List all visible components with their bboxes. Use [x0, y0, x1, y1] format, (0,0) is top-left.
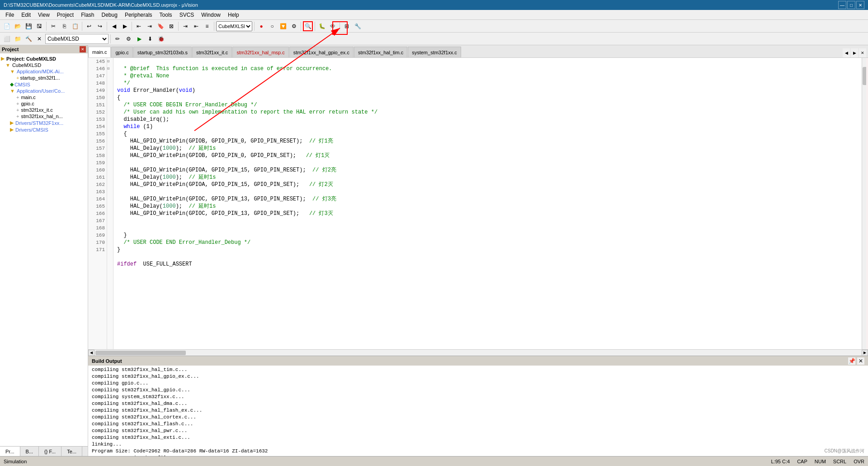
nav-fwd-button[interactable]: ▶ — [120, 21, 130, 31]
menu-svcs[interactable]: SVCS — [176, 11, 198, 19]
tab-close-all[interactable]: ✕ — [859, 48, 866, 57]
settings-button[interactable]: 🔧 — [353, 21, 363, 31]
status-ovr: OVR — [854, 459, 864, 464]
format-button[interactable]: ≡ — [202, 21, 212, 31]
tb2-build-button[interactable]: ▶ — [134, 34, 144, 44]
tb2-debug2-button[interactable]: 🐞 — [156, 34, 166, 44]
tree-item-mainc[interactable]: + main.c — [0, 94, 88, 100]
tab-scroll-left[interactable]: ◀ — [843, 48, 850, 57]
clear-bookmark-button[interactable]: ⊠ — [166, 21, 176, 31]
paste-button[interactable]: 📋 — [70, 21, 80, 31]
tab-gpio-ex[interactable]: stm32f1xx_hal_gpio_ex.c — [289, 47, 354, 57]
tree-item-project[interactable]: ▶ Project: CubeMXLSD — [0, 55, 88, 62]
tb2-btn1[interactable]: ⬜ — [2, 34, 12, 44]
save-button[interactable]: 💾 — [24, 21, 33, 31]
toggle-bookmark-button[interactable]: 🔖 — [156, 21, 165, 31]
target-combo[interactable]: CubeMXLSD — [216, 21, 252, 31]
view-button[interactable]: 👁 — [328, 21, 338, 31]
tab-msp[interactable]: stm32f1xx_hal_msp.c — [232, 47, 288, 57]
toolbar-sep-7 — [254, 22, 255, 31]
tb2-btn3[interactable]: 🔨 — [24, 34, 33, 44]
toolbar-sep-10 — [340, 22, 340, 31]
editor-area: 145 146 147 148 149 150 151 152 153 154 … — [88, 58, 868, 349]
download-button[interactable]: 🔽 — [278, 21, 288, 31]
tab-startup[interactable]: startup_stm32f103xb.s — [133, 47, 192, 57]
tb2-configure-button[interactable]: ✏ — [113, 34, 123, 44]
tree-item-drivers-stm32[interactable]: ▶ Drivers/STM32F1xx... — [0, 119, 88, 126]
bookmark-prev-button[interactable]: ⇤ — [134, 21, 144, 31]
cut-button[interactable]: ✂ — [48, 21, 58, 31]
hscroll-left[interactable]: ◀ — [88, 350, 94, 356]
new-file-button[interactable]: 📄 — [2, 21, 12, 31]
indent-button[interactable]: ⇥ — [180, 21, 190, 31]
tb2-btn2[interactable]: 📁 — [13, 34, 23, 44]
h-scrollbar[interactable]: ◀ ▶ — [88, 349, 868, 356]
panel-tab-project[interactable]: Pr... — [0, 447, 20, 456]
tree-item-app-user[interactable]: ▼ Application/User/Co... — [0, 88, 88, 94]
tree-item-startup[interactable]: + startup_stm32f1... — [0, 75, 88, 81]
app: D:\STM32CUBEMX\Documents\CubeMXLSD\MDK-A… — [0, 0, 868, 466]
menu-view[interactable]: View — [34, 11, 53, 19]
hscroll-track[interactable] — [95, 351, 861, 355]
tab-scroll-right[interactable]: ▶ — [851, 48, 858, 57]
panel-tabs: Pr... B... {} F... Te... — [0, 446, 88, 456]
build-output-content[interactable]: compiling stm32f1xx_hal_tim.c...compilin… — [88, 366, 868, 456]
options-button[interactable]: ⚙ — [289, 21, 299, 31]
code-content[interactable]: * @brief This function is executed in ca… — [113, 58, 862, 349]
tree-item-gpioc[interactable]: + gpio.c — [0, 100, 88, 107]
tb2-download-button[interactable]: ⬇ — [145, 34, 155, 44]
tree-item-hal-n[interactable]: + stm32f1xx_hal_n... — [0, 113, 88, 119]
build-pin-button[interactable]: 📌 — [848, 357, 855, 365]
menu-debug[interactable]: Debug — [98, 11, 121, 19]
tab-gpioc[interactable]: gpio.c — [111, 47, 132, 57]
tb2-btn4[interactable]: ✕ — [34, 34, 44, 44]
build-output-header: Build Output 📌 ✕ — [88, 356, 868, 366]
tree-item-cmsis[interactable]: ◆ CMSIS — [0, 81, 88, 88]
menu-peripherals[interactable]: Peripherals — [121, 11, 156, 19]
tree-item-drivers-cmsis[interactable]: ▶ Drivers/CMSIS — [0, 126, 88, 133]
panel-tab-books[interactable]: B... — [20, 447, 39, 456]
redo-button[interactable]: ↪ — [95, 21, 105, 31]
panel-tab-functions[interactable]: {} F... — [39, 447, 61, 456]
unindent-button[interactable]: ⇤ — [191, 21, 201, 31]
tab-it[interactable]: stm32f1xx_it.c — [192, 47, 232, 57]
tb2-target-option-button[interactable]: ⚙ — [123, 34, 133, 44]
menu-project[interactable]: Project — [53, 11, 77, 19]
nav-back-button[interactable]: ◀ — [109, 21, 119, 31]
close-button[interactable]: ✕ — [856, 1, 864, 9]
hscroll-thumb[interactable] — [95, 351, 186, 355]
tree-item-cubemxlsd[interactable]: ▼ CubeMXLSD — [0, 62, 88, 68]
panel-tab-templates[interactable]: Te... — [61, 447, 82, 456]
menu-help[interactable]: Help — [224, 11, 243, 19]
project-panel-close-button[interactable]: ✕ — [80, 46, 86, 52]
menu-flash[interactable]: Flash — [77, 11, 98, 19]
bookmark-next-button[interactable]: ⇥ — [145, 21, 155, 31]
tree-item-it[interactable]: + stm32f1xx_it.c — [0, 107, 88, 113]
build-close-button[interactable]: ✕ — [857, 357, 864, 365]
menu-tools[interactable]: Tools — [156, 11, 176, 19]
run-button[interactable]: ● — [256, 21, 266, 31]
save-all-button[interactable]: 🖫 — [34, 21, 44, 31]
stop-button[interactable]: ○ — [267, 21, 277, 31]
undo-button[interactable]: ↩ — [84, 21, 94, 31]
bottom-area: Build Output 📌 ✕ compiling stm32f1xx_hal… — [88, 356, 868, 456]
debug-button[interactable]: 🐛 — [317, 21, 327, 31]
maximize-button[interactable]: □ — [847, 1, 855, 9]
minimize-button[interactable]: — — [838, 1, 846, 9]
tab-mainc[interactable]: main.c — [88, 47, 111, 57]
tree-item-app-mdk[interactable]: ▼ Application/MDK-Ai... — [0, 68, 88, 75]
open-button[interactable]: 📂 — [13, 21, 23, 31]
copy-button[interactable]: ⎘ — [59, 21, 69, 31]
hscroll-right[interactable]: ▶ — [862, 350, 868, 356]
menu-file[interactable]: File — [2, 11, 18, 19]
tab-system[interactable]: system_stm32f1xx.c — [408, 47, 461, 57]
fold-column: ⊟ — [107, 58, 113, 349]
status-cap: CAP — [797, 459, 807, 464]
window-layout-button[interactable]: ⊞ — [342, 21, 352, 31]
editor-vscroll[interactable] — [862, 58, 868, 349]
find-in-files-button[interactable]: 🔍 — [303, 21, 313, 31]
menu-window[interactable]: Window — [198, 11, 224, 19]
menu-edit[interactable]: Edit — [18, 11, 34, 19]
project-selector[interactable]: CubeMXLSD — [45, 34, 108, 44]
tab-tim[interactable]: stm32f1xx_hal_tim.c — [354, 47, 407, 57]
